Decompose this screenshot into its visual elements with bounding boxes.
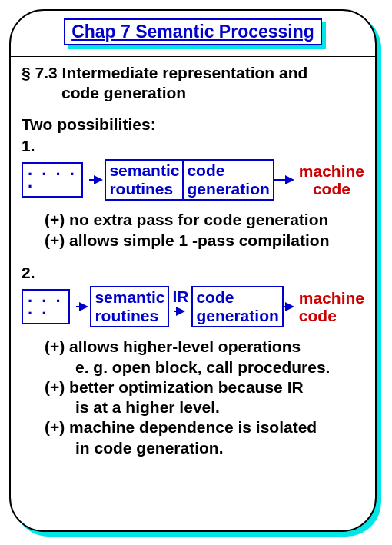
- item1-diagram: . . . . . semantic routines code generat…: [22, 159, 364, 201]
- ellipsis-box: . . . . .: [22, 162, 83, 198]
- slide-title: Chap 7 Semantic Processing: [64, 18, 322, 45]
- heading-line2: code generation: [22, 83, 364, 103]
- semantic-routines-box: semantic routines: [90, 286, 169, 327]
- content: § 7.3 Intermediate representation and co…: [11, 57, 375, 458]
- semantic-routines-box: semantic routines: [105, 159, 183, 201]
- arrow-icon: [285, 175, 294, 184]
- arrow-icon: [79, 302, 88, 311]
- arrow-icon: [176, 307, 185, 316]
- advantage-line: (+) no extra pass for code generation: [45, 210, 364, 230]
- arrow-icon: [94, 175, 103, 184]
- heading-line1: § 7.3 Intermediate representation and: [22, 63, 364, 83]
- item2-number: 2.: [22, 263, 364, 283]
- slide-card: Chap 7 Semantic Processing § 7.3 Interme…: [9, 9, 377, 532]
- advantage-subline: e. g. open block, call procedures.: [45, 357, 364, 377]
- title-area: Chap 7 Semantic Processing: [11, 11, 375, 50]
- ir-connector: IR: [171, 297, 190, 316]
- item2-diagram: . . . . . semantic routines IR code gene…: [22, 286, 364, 327]
- item1-advantages: (+) no extra pass for code generation (+…: [22, 210, 364, 251]
- item1-number: 1.: [22, 136, 364, 156]
- item2-advantages: (+) allows higher-level operations e. g.…: [22, 337, 364, 458]
- arrow-icon: [285, 302, 294, 311]
- ir-label: IR: [172, 287, 188, 307]
- code-generation-box: code generation: [191, 286, 283, 327]
- advantage-line: (+) allows higher-level operations: [45, 337, 364, 357]
- advantage-subline: is at a higher level.: [45, 397, 364, 417]
- intro-text: Two possibilities:: [22, 115, 364, 135]
- advantage-line: (+) better optimization because IR: [45, 377, 364, 397]
- advantage-line: (+) allows simple 1 -pass compilation: [45, 231, 364, 251]
- ir-arrow: [174, 307, 187, 316]
- advantage-line: (+) machine dependence is isolated: [45, 417, 364, 437]
- machine-code-label: machine code: [299, 162, 364, 198]
- advantage-subline: in code generation.: [45, 438, 364, 458]
- title-box-wrap: Chap 7 Semantic Processing: [64, 18, 322, 45]
- code-generation-box: code generation: [183, 159, 274, 201]
- ellipsis-box: . . . . .: [22, 289, 70, 324]
- machine-code-label: machine code: [299, 289, 364, 324]
- section-heading: § 7.3 Intermediate representation and co…: [22, 63, 364, 104]
